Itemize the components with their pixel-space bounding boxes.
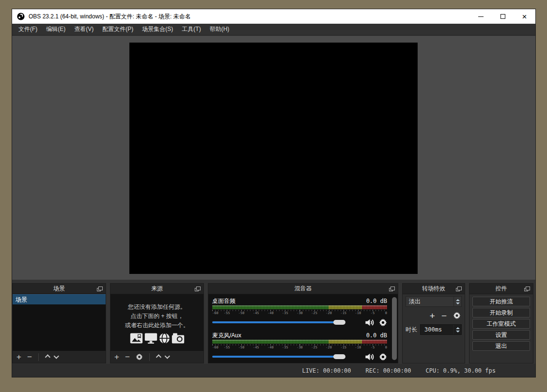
remove-scene-button[interactable]: − bbox=[27, 353, 32, 361]
scene-list-item[interactable]: 场景 bbox=[13, 294, 106, 304]
channel-db-value: 0.0 dB bbox=[366, 298, 387, 304]
scenes-dock: 场景 场景 + − bbox=[12, 283, 106, 363]
meter-tick-labels: -60-55-50-45-40-35-30-25-20-15-10-50 bbox=[212, 311, 387, 316]
display-icon bbox=[144, 333, 157, 344]
volume-meter bbox=[212, 305, 387, 309]
channel-name: 麦克风/Aux bbox=[212, 332, 241, 340]
toolbar-separator bbox=[38, 353, 39, 361]
volume-slider-handle[interactable] bbox=[333, 354, 345, 359]
chevron-up-icon bbox=[456, 299, 460, 301]
controls-dock-title: 控件 bbox=[496, 285, 507, 293]
sources-dock-title: 来源 bbox=[151, 285, 163, 293]
duration-label: 时长 bbox=[406, 326, 417, 334]
meter-tick-labels: -60-55-50-45-40-35-30-25-20-15-10-50 bbox=[212, 346, 387, 350]
menu-file[interactable]: 文件(F) bbox=[14, 24, 42, 35]
chevron-down-icon bbox=[456, 331, 460, 332]
maximize-button[interactable] bbox=[492, 9, 514, 24]
dock-float-icon[interactable] bbox=[97, 286, 102, 291]
transitions-body: 淡出 + − 时长 bbox=[403, 294, 465, 363]
mixer-channel-desktop-audio: 桌面音频 0.0 dB -60-55-50-45-40-35-30-25-20-… bbox=[212, 297, 387, 327]
minimize-button[interactable] bbox=[470, 9, 492, 24]
channel-settings-gear-icon[interactable] bbox=[379, 318, 387, 327]
dock-float-icon[interactable] bbox=[195, 286, 200, 291]
dock-float-icon[interactable] bbox=[389, 286, 394, 291]
volume-slider-handle[interactable] bbox=[333, 320, 345, 325]
controls-dock-titlebar: 控件 bbox=[469, 284, 533, 294]
globe-icon bbox=[159, 333, 170, 344]
move-source-up-button[interactable] bbox=[156, 355, 160, 359]
transitions-dock-title: 转场特效 bbox=[422, 285, 445, 293]
mixer-body: 桌面音频 0.0 dB -60-55-50-45-40-35-30-25-20-… bbox=[208, 294, 398, 363]
menu-bar: 文件(F) 编辑(E) 查看(V) 配置文件(P) 场景集合(S) 工具(T) … bbox=[12, 24, 535, 36]
move-scene-up-button[interactable] bbox=[45, 355, 49, 359]
controls-dock: 控件 开始推流 开始录制 工作室模式 设置 退出 bbox=[469, 283, 533, 363]
sources-empty-area[interactable]: 您还没有添加任何源。 点击下面的 + 按钮， 或者右击此处添加一个。 bbox=[110, 294, 203, 350]
transitions-dock-titlebar: 转场特效 bbox=[403, 284, 465, 294]
studio-mode-button[interactable]: 工作室模式 bbox=[472, 319, 530, 329]
move-source-down-button[interactable] bbox=[166, 355, 170, 359]
chevron-up-icon bbox=[45, 354, 50, 360]
chevron-down-icon bbox=[165, 353, 170, 359]
speaker-mute-icon[interactable] bbox=[365, 318, 375, 327]
obs-window: OBS 23.2.1 (64-bit, windows) - 配置文件: 未命名… bbox=[12, 9, 536, 377]
transition-select[interactable]: 淡出 bbox=[406, 296, 462, 307]
scene-list[interactable]: 场景 bbox=[13, 294, 106, 350]
transitions-dock: 转场特效 淡出 + − bbox=[402, 283, 465, 363]
dock-float-icon[interactable] bbox=[524, 286, 530, 291]
spinbox-arrows[interactable] bbox=[453, 325, 461, 334]
mixer-scrollbar-handle[interactable] bbox=[392, 297, 397, 360]
camera-icon bbox=[172, 333, 185, 344]
remove-source-button[interactable]: − bbox=[125, 353, 130, 361]
source-properties-gear-icon[interactable] bbox=[136, 353, 143, 361]
dock-area: 场景 场景 + − bbox=[12, 280, 535, 364]
close-button[interactable]: × bbox=[514, 9, 535, 24]
move-scene-down-button[interactable] bbox=[55, 355, 59, 359]
volume-slider[interactable] bbox=[212, 353, 360, 360]
start-streaming-button[interactable]: 开始推流 bbox=[472, 297, 530, 306]
channel-settings-gear-icon[interactable] bbox=[379, 353, 387, 361]
mixer-scrollbar[interactable] bbox=[392, 297, 397, 360]
minimize-icon bbox=[478, 16, 484, 17]
combo-arrows[interactable] bbox=[453, 297, 461, 306]
add-scene-button[interactable]: + bbox=[16, 353, 21, 361]
speaker-mute-icon[interactable] bbox=[365, 353, 375, 361]
chevron-down-icon bbox=[54, 353, 59, 359]
remove-transition-button[interactable]: − bbox=[441, 311, 447, 320]
preview-canvas[interactable] bbox=[129, 43, 418, 274]
settings-button[interactable]: 设置 bbox=[472, 330, 530, 340]
mixer-dock-titlebar: 混音器 bbox=[208, 284, 398, 294]
sources-empty-line: 您还没有添加任何源。 bbox=[128, 302, 186, 312]
menu-help[interactable]: 帮助(H) bbox=[205, 24, 234, 35]
add-source-button[interactable]: + bbox=[114, 353, 119, 361]
add-transition-button[interactable]: + bbox=[430, 311, 435, 320]
maximize-icon bbox=[500, 14, 505, 19]
dock-float-icon[interactable] bbox=[456, 286, 461, 291]
cpu-fps: CPU: 0.9%, 30.00 fps bbox=[426, 367, 496, 374]
close-icon: × bbox=[522, 13, 527, 21]
menu-scene-collection[interactable]: 场景集合(S) bbox=[138, 24, 177, 35]
menu-profile[interactable]: 配置文件(P) bbox=[98, 24, 138, 35]
start-recording-button[interactable]: 开始录制 bbox=[472, 308, 530, 317]
toolbar-separator bbox=[149, 353, 150, 361]
channel-name: 桌面音频 bbox=[212, 297, 235, 305]
volume-meter bbox=[212, 340, 387, 344]
obs-logo-icon bbox=[17, 13, 25, 20]
sources-dock: 来源 您还没有添加任何源。 点击下面的 + 按钮， 或者右击此处添加一个。 bbox=[110, 283, 204, 363]
duration-spinbox[interactable]: 300ms bbox=[420, 324, 462, 335]
chevron-up-icon bbox=[456, 327, 460, 329]
menu-tools[interactable]: 工具(T) bbox=[177, 24, 205, 35]
image-icon bbox=[130, 333, 143, 344]
preview-area bbox=[12, 36, 535, 280]
menu-edit[interactable]: 编辑(E) bbox=[42, 24, 70, 35]
status-bar: LIVE: 00:00:00 REC: 00:00:00 CPU: 0.9%, … bbox=[12, 364, 535, 377]
menu-view[interactable]: 查看(V) bbox=[70, 24, 98, 35]
exit-button[interactable]: 退出 bbox=[472, 341, 530, 351]
scenes-dock-title: 场景 bbox=[53, 285, 65, 293]
mixer-dock: 混音器 桌面音频 0.0 dB -60-55-50-45-40-35-30-25 bbox=[208, 283, 398, 363]
channel-db-value: 0.0 dB bbox=[366, 332, 387, 339]
transition-properties-gear-icon[interactable] bbox=[453, 312, 461, 319]
duration-value: 300ms bbox=[421, 326, 453, 333]
controls-body: 开始推流 开始录制 工作室模式 设置 退出 bbox=[469, 294, 533, 363]
scenes-dock-titlebar: 场景 bbox=[13, 284, 106, 294]
volume-slider[interactable] bbox=[212, 319, 360, 326]
